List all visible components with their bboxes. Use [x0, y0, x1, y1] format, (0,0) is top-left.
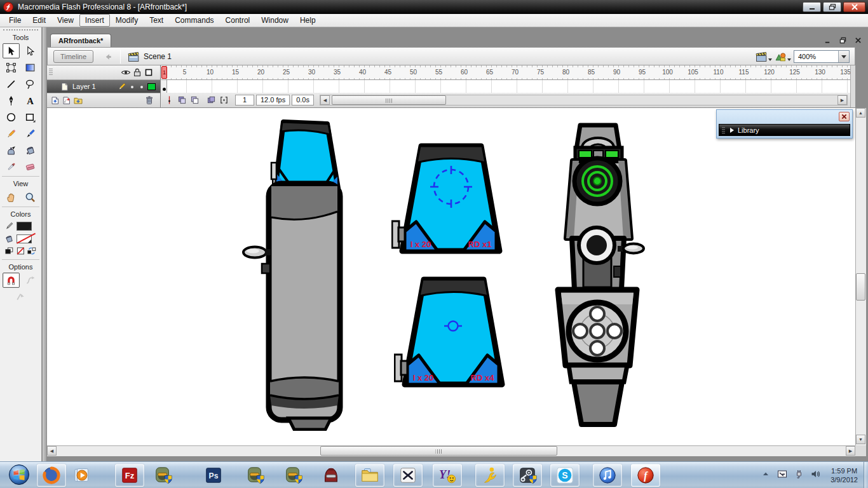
taskbar-halo-shield-1-icon[interactable]: [148, 464, 177, 487]
menu-item-edit[interactable]: Edit: [27, 14, 51, 27]
eyedropper-tool[interactable]: [3, 159, 20, 174]
tray-power-plug-icon[interactable]: [794, 469, 804, 482]
taskbar-itunes-icon[interactable]: [593, 464, 622, 487]
show-desktop-button[interactable]: [864, 462, 868, 488]
timeline-grip[interactable]: [49, 69, 53, 76]
ink-bottle-tool[interactable]: [3, 142, 20, 158]
menu-item-modify[interactable]: Modify: [110, 14, 144, 27]
subselection-tool[interactable]: [22, 43, 39, 58]
oval-tool[interactable]: [3, 109, 20, 125]
layer-frames-row[interactable]: [161, 80, 850, 93]
taskbar-firefox-icon[interactable]: [37, 464, 66, 487]
tray-speaker-icon[interactable]: [810, 469, 820, 482]
layer-outline-color-swatch[interactable]: [147, 83, 156, 90]
library-panel[interactable]: Library: [716, 109, 853, 139]
library-expand-arrow-icon[interactable]: [730, 128, 734, 133]
menu-item-view[interactable]: View: [51, 14, 79, 27]
zoom-tool[interactable]: [22, 189, 39, 205]
canvas-scroll-down-arrow[interactable]: ▼: [856, 435, 865, 444]
menu-item-insert[interactable]: Insert: [79, 14, 110, 27]
pen-tool[interactable]: [3, 93, 20, 108]
lasso-tool[interactable]: [22, 76, 39, 92]
tools-panel-grip[interactable]: [3, 29, 38, 32]
pencil-tool[interactable]: [3, 126, 20, 141]
mdi-restore-button[interactable]: [837, 36, 848, 44]
mdi-close-button[interactable]: [853, 36, 863, 44]
timeline-vertical-scroll-strip[interactable]: [850, 65, 855, 107]
taskbar-yahoo-messenger-icon[interactable]: Y!: [433, 464, 462, 487]
taskbar-xfire-icon[interactable]: [393, 464, 423, 487]
taskbar-filezilla-icon[interactable]: Fz: [115, 464, 144, 487]
tray-show-hidden-icons[interactable]: [761, 469, 771, 482]
zoom-level-combobox[interactable]: 400%: [794, 50, 850, 63]
black-white-button[interactable]: [5, 247, 14, 255]
document-tab[interactable]: ARfrontback*: [50, 34, 111, 48]
modify-onion-markers-button[interactable]: [219, 95, 229, 105]
layer-row[interactable]: Layer 1: [47, 80, 160, 93]
taskbar-halo-shield-3-icon[interactable]: [278, 464, 308, 487]
taskbar-steam-icon[interactable]: [513, 464, 542, 487]
straighten-tool[interactable]: [12, 289, 29, 304]
timeline-scroll-thumb[interactable]: [332, 95, 446, 105]
stage-drawing-scope-side-view[interactable]: [239, 118, 348, 431]
back-arrow-button[interactable]: [100, 50, 115, 63]
minimize-button[interactable]: [803, 2, 821, 12]
stage-drawing-sight-screen-rd1[interactable]: I x 20RD x1: [391, 137, 510, 257]
current-frame-box[interactable]: 1: [235, 95, 254, 105]
line-tool[interactable]: [3, 76, 20, 92]
canvas-scroll-up-arrow[interactable]: ▲: [856, 108, 865, 118]
elapsed-time-box[interactable]: 0.0s: [292, 95, 314, 105]
stage-drawing-scope-front-view[interactable]: [552, 119, 646, 428]
menu-item-window[interactable]: Window: [255, 14, 294, 27]
add-motion-guide-button[interactable]: [62, 95, 72, 105]
playhead[interactable]: 1: [161, 66, 167, 79]
insert-layer-folder-button[interactable]: [73, 95, 83, 105]
timeline-scroll-right-arrow[interactable]: ▶: [837, 95, 847, 105]
timeline-ruler[interactable]: 1 51015202530354045505560657075808590951…: [161, 65, 850, 80]
taskbar-media-player-icon[interactable]: [67, 464, 97, 487]
timeline-scroll-left-arrow[interactable]: ◀: [320, 95, 330, 105]
layer-outlines-icon[interactable]: [144, 67, 154, 78]
selection-tool[interactable]: [3, 43, 20, 58]
library-header-bar[interactable]: Library: [719, 124, 850, 136]
onion-skin-outlines-button[interactable]: [189, 95, 200, 105]
gradient-transform-tool[interactable]: [22, 60, 39, 75]
timeline-horizontal-scrollbar[interactable]: ◀ ▶: [320, 95, 848, 105]
taskbar-halo-shield-2-icon[interactable]: [240, 464, 269, 487]
timeline-toggle-button[interactable]: Timeline: [53, 50, 93, 63]
onion-skin-button[interactable]: [177, 95, 187, 105]
stroke-color-swatch[interactable]: [17, 222, 32, 231]
paint-bucket-tool[interactable]: [22, 142, 39, 158]
swap-colors-button[interactable]: [27, 247, 36, 255]
taskbar-skype-icon[interactable]: S: [550, 464, 580, 487]
taskbar-aim-icon[interactable]: [475, 464, 505, 487]
edit-scene-button[interactable]: [756, 50, 772, 63]
tray-xfire-icon[interactable]: [777, 469, 787, 482]
layer-name[interactable]: Layer 1: [72, 80, 96, 93]
panel-divider[interactable]: [43, 27, 47, 461]
edit-multiple-frames-button[interactable]: [206, 95, 217, 105]
mdi-minimize-button[interactable]: [822, 36, 832, 44]
library-close-button[interactable]: [839, 112, 850, 121]
canvas-hscroll-thumb[interactable]: [320, 446, 557, 456]
center-frame-button[interactable]: [164, 95, 175, 105]
menu-item-text[interactable]: Text: [144, 14, 169, 27]
eraser-tool[interactable]: [22, 159, 39, 174]
menu-item-help[interactable]: Help: [294, 14, 322, 27]
layer-visibility-dot[interactable]: [131, 86, 133, 88]
taskbar-flash-icon[interactable]: f: [631, 464, 660, 487]
hand-tool[interactable]: [3, 189, 20, 205]
delete-layer-trash-button[interactable]: [144, 95, 154, 105]
frame-rate-box[interactable]: 12.0 fps: [256, 95, 290, 105]
layer-lock-dot[interactable]: [140, 86, 143, 88]
taskbar-start-button[interactable]: [5, 463, 33, 486]
stage-canvas[interactable]: I x 20RD x1 I x 20RD x4: [47, 108, 855, 445]
taskbar-clock[interactable]: 1:59 PM 3/9/2012: [827, 466, 862, 484]
menu-item-control[interactable]: Control: [220, 14, 256, 27]
taskbar-explorer-icon[interactable]: [355, 464, 384, 487]
canvas-vscroll-thumb[interactable]: [856, 273, 865, 301]
close-button[interactable]: [843, 2, 865, 12]
brush-tool[interactable]: [22, 126, 39, 141]
insert-layer-button[interactable]: [50, 95, 60, 105]
magnet-tool[interactable]: [3, 273, 20, 288]
